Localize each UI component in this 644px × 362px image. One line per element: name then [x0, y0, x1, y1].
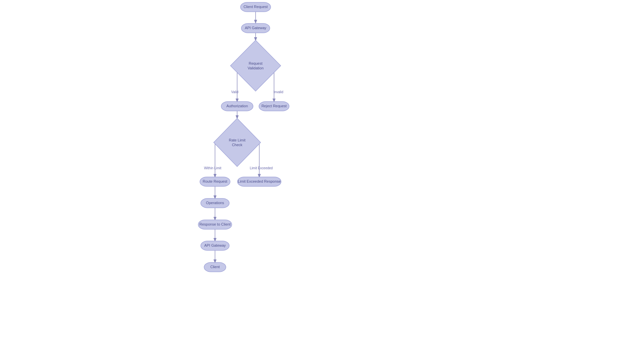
- limit-exceeded-label: Limit Exceeded: [250, 166, 273, 170]
- route-request-label: Route Request: [203, 179, 227, 183]
- authorization-label: Authorization: [226, 104, 248, 108]
- rate-limit-check-label2: Check: [232, 143, 243, 147]
- rate-limit-check-label: Rate Limit: [229, 138, 246, 142]
- valid-label: Valid: [231, 90, 238, 94]
- diagram-container: Client Request API Gateway Request Valid…: [0, 0, 644, 362]
- response-to-client-label: Response to Client: [200, 222, 231, 226]
- within-limit-label: Within Limit: [204, 166, 221, 170]
- invalid-label: Invalid: [274, 90, 283, 94]
- api-gateway-top-label: API Gateway: [245, 26, 267, 30]
- limit-exceeded-response-label: Limit Exceeded Response: [238, 179, 281, 183]
- operations-label: Operations: [206, 201, 224, 205]
- api-gateway-bottom-label: API Gateway: [204, 243, 226, 247]
- client-bottom-label: Client: [210, 265, 220, 269]
- request-validation-label: Request: [249, 61, 263, 65]
- request-validation-label2: Validation: [248, 66, 264, 70]
- client-request-label: Client Request: [244, 5, 268, 9]
- reject-request-label: Reject Request: [261, 104, 286, 108]
